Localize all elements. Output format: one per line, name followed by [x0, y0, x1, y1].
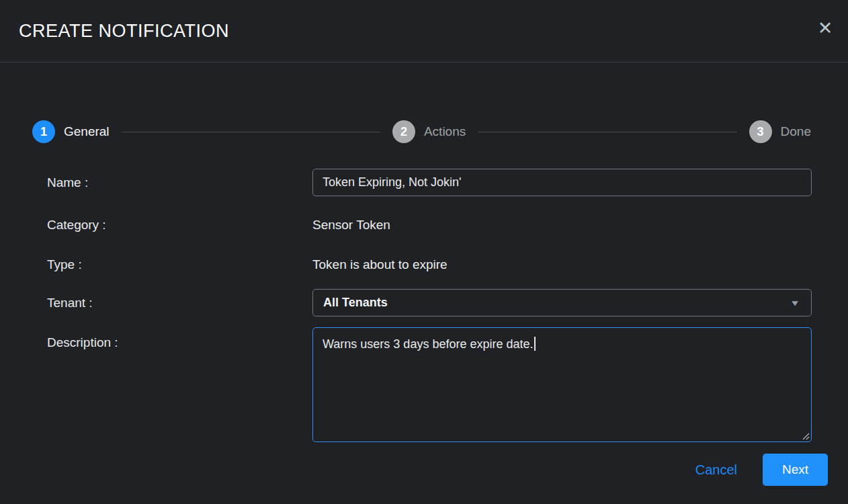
type-value: Token is about to expire: [312, 257, 812, 272]
general-form: Name : Category : Sensor Token Type : To…: [0, 169, 848, 442]
step-2-label: Actions: [424, 124, 466, 139]
step-3-circle[interactable]: 3: [749, 120, 772, 143]
step-1-number: 1: [40, 125, 47, 139]
dialog-header: CREATE NOTIFICATION ✕: [0, 0, 848, 62]
name-label: Name :: [47, 175, 312, 190]
dialog-title: CREATE NOTIFICATION: [19, 21, 229, 42]
description-text: Warns users 3 days before expire date.: [323, 337, 534, 351]
step-connector-line: [122, 132, 380, 132]
type-row: Type : Token is about to expire: [47, 255, 812, 274]
next-button[interactable]: Next: [763, 454, 828, 486]
cancel-button[interactable]: Cancel: [695, 462, 737, 478]
category-value: Sensor Token: [312, 218, 812, 233]
close-button[interactable]: ✕: [812, 15, 839, 42]
category-label: Category :: [47, 218, 312, 233]
text-cursor: [534, 337, 536, 351]
name-input[interactable]: [312, 169, 812, 196]
category-row: Category : Sensor Token: [47, 216, 812, 234]
create-notification-dialog: CREATE NOTIFICATION ✕ 1 General 2 Action…: [0, 0, 848, 486]
name-row: Name :: [47, 169, 812, 196]
description-row: Description : Warns users 3 days before …: [47, 327, 812, 442]
close-icon: ✕: [818, 18, 833, 38]
step-connector-line: [478, 132, 736, 132]
step-2-circle[interactable]: 2: [392, 120, 415, 143]
step-1-label: General: [64, 124, 110, 139]
tenant-row: Tenant : All Tenants ▼: [47, 289, 812, 317]
chevron-down-icon: ▼: [790, 298, 800, 308]
step-2-number: 2: [400, 125, 407, 139]
step-3-label: Done: [781, 124, 811, 139]
resize-handle-icon[interactable]: [802, 432, 810, 440]
description-label: Description :: [47, 327, 312, 350]
tenant-select[interactable]: All Tenants ▼: [312, 289, 812, 317]
step-3-number: 3: [757, 125, 764, 139]
tenant-label: Tenant :: [47, 296, 312, 310]
wizard-stepper: 1 General 2 Actions 3 Done: [32, 120, 811, 143]
dialog-footer: Cancel Next: [0, 454, 848, 486]
type-label: Type :: [47, 257, 312, 272]
step-1-circle[interactable]: 1: [32, 120, 55, 143]
description-textarea[interactable]: Warns users 3 days before expire date.: [312, 327, 812, 442]
tenant-selected-value: All Tenants: [323, 296, 388, 310]
